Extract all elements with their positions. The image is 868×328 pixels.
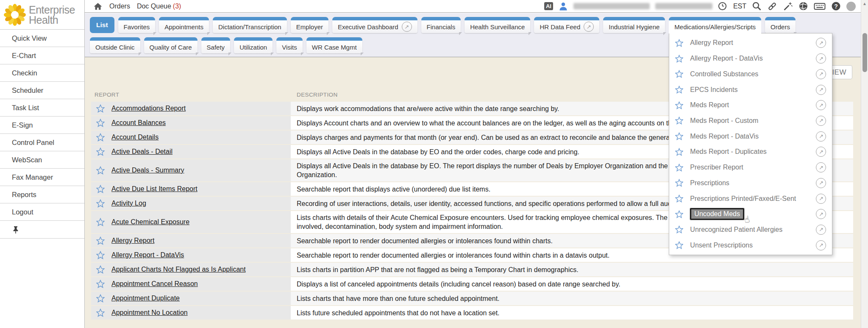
report-link[interactable]: Appointment Cancel Reason xyxy=(111,280,198,288)
menu-item-meds-report-datavis[interactable]: Meds Report - DataVis↗ xyxy=(669,128,832,144)
tab-executive-dashboard[interactable]: Executive Dashboard↗ xyxy=(332,17,417,33)
report-link[interactable]: Accommodations Report xyxy=(111,105,186,112)
link-icon[interactable] xyxy=(767,1,777,11)
tab-utilization[interactable]: Utilization xyxy=(234,37,273,53)
keyboard-icon[interactable] xyxy=(814,2,826,11)
report-link[interactable]: Acute Chemical Exposure xyxy=(111,218,189,226)
menu-item-allergy-report-datavis[interactable]: Allergy Report - DataVis↗ xyxy=(669,51,832,67)
tab-outside-clinic[interactable]: Outside Clinic xyxy=(90,37,140,53)
sidebar-item-scheduler[interactable]: Scheduler xyxy=(0,82,84,99)
star-icon[interactable] xyxy=(96,218,105,226)
star-icon[interactable] xyxy=(96,294,105,303)
tab-safety[interactable]: Safety xyxy=(201,37,231,53)
search-icon[interactable] xyxy=(752,1,762,11)
tab-orders[interactable]: Orders xyxy=(765,17,796,33)
report-link[interactable]: Activity Log xyxy=(111,200,146,207)
star-icon[interactable] xyxy=(675,241,683,249)
report-link[interactable]: Allergy Report - DataVis xyxy=(111,251,184,259)
report-link[interactable]: Allergy Report xyxy=(111,237,154,245)
menu-item-meds-report-duplicates[interactable]: Meds Report - Duplicates↗ xyxy=(669,144,832,160)
menu-item-controlled-substances[interactable]: Controlled Substances↗ xyxy=(669,66,832,82)
sidebar-item-e-sign[interactable]: E-Sign xyxy=(0,117,84,134)
star-icon[interactable] xyxy=(675,117,683,125)
star-icon[interactable] xyxy=(96,251,105,259)
tab-dictation-transcription[interactable]: Dictation/Transcription xyxy=(213,17,287,33)
star-icon[interactable] xyxy=(96,185,105,193)
star-icon[interactable] xyxy=(675,39,683,47)
star-icon[interactable] xyxy=(96,119,105,127)
report-link[interactable]: Active Due List Items Report xyxy=(111,185,198,193)
globe-icon[interactable] xyxy=(798,1,808,11)
star-icon[interactable] xyxy=(675,101,683,109)
menu-item-unsent-prescriptions[interactable]: Unsent Prescriptions↗ xyxy=(669,237,832,253)
tab-list[interactable]: List xyxy=(90,17,114,33)
report-link[interactable]: Applicant Charts Not Flagged as Is Appli… xyxy=(111,266,246,273)
menu-item-meds-report-custom[interactable]: Meds Report - Custom↗ xyxy=(669,113,832,129)
menu-item-prescriptions[interactable]: Prescriptions↗ xyxy=(669,175,832,191)
star-icon[interactable] xyxy=(675,164,683,172)
sidebar-item-fax-manager[interactable]: Fax Manager xyxy=(0,169,84,186)
report-link[interactable]: Appointment Duplicate xyxy=(111,295,180,302)
sidebar-item-e-chart[interactable]: E-Chart xyxy=(0,47,84,64)
external-link-icon[interactable]: ↗ xyxy=(816,69,826,79)
help-icon[interactable]: ? xyxy=(831,1,841,11)
star-icon[interactable] xyxy=(675,195,683,203)
star-icon[interactable] xyxy=(675,225,683,233)
sidebar-item-task-list[interactable]: Task List xyxy=(0,99,84,117)
external-link-icon[interactable]: ↗ xyxy=(816,209,826,219)
user-icon[interactable] xyxy=(559,2,568,11)
star-icon[interactable] xyxy=(96,147,105,156)
tab-quality-of-care[interactable]: Quality of Care xyxy=(144,37,198,53)
report-link[interactable]: Account Details xyxy=(111,133,159,141)
report-link[interactable]: Active Deals - Summary xyxy=(111,167,184,174)
menu-item-prescriptions-printed-faxed-esent[interactable]: Prescriptions Printed/Faxed/E-Sent↗ xyxy=(669,191,832,206)
menu-item-meds-report[interactable]: Meds Report↗ xyxy=(669,97,832,113)
tab-visits[interactable]: Visits xyxy=(276,37,303,53)
star-icon[interactable] xyxy=(96,133,105,142)
tab-health-surveillance[interactable]: Health Surveillance xyxy=(465,17,530,33)
external-link-icon[interactable]: ↗ xyxy=(816,194,826,204)
external-link-icon[interactable]: ↗ xyxy=(816,240,826,250)
scrollbar-thumb[interactable] xyxy=(862,33,867,72)
external-link-icon[interactable]: ↗ xyxy=(816,131,826,142)
tab-financials[interactable]: Financials xyxy=(421,17,461,33)
star-icon[interactable] xyxy=(675,86,683,94)
sidebar-item-control-panel[interactable]: Control Panel xyxy=(0,134,84,151)
tab-medications-allergies-scripts[interactable]: Medications/Allergies/Scripts Allergy Re… xyxy=(669,17,761,33)
menu-item-prescriber-report[interactable]: Prescriber Report↗ xyxy=(669,160,832,175)
tab-hr-data-feed[interactable]: HR Data Feed↗ xyxy=(534,17,599,33)
menu-item-unrecognized-patient-allergies[interactable]: Unrecognized Patient Allergies↗ xyxy=(669,222,832,238)
sidebar-item-quick-view[interactable]: Quick View xyxy=(0,30,84,47)
home-icon[interactable] xyxy=(93,2,103,11)
external-link-icon[interactable]: ↗ xyxy=(816,116,826,126)
star-icon[interactable] xyxy=(96,104,105,113)
ai-badge-icon[interactable]: AI xyxy=(544,2,553,10)
report-link[interactable]: Active Deals - Detail xyxy=(111,148,172,156)
avatar[interactable] xyxy=(846,2,856,11)
sidebar-item-reports[interactable]: Reports xyxy=(0,186,84,203)
star-icon[interactable] xyxy=(675,55,683,63)
tab-wr-case-mgmt[interactable]: WR Case Mgmt xyxy=(306,37,362,53)
external-link-icon[interactable]: ↗ xyxy=(816,162,826,172)
star-icon[interactable] xyxy=(96,236,105,245)
star-icon[interactable] xyxy=(675,70,683,78)
magic-wand-icon[interactable] xyxy=(783,1,793,11)
report-link[interactable]: Appointment No Location xyxy=(111,309,188,317)
star-icon[interactable] xyxy=(675,148,683,156)
star-icon[interactable] xyxy=(96,309,105,317)
breadcrumb-doc-queue[interactable]: Doc Queue(3) xyxy=(137,3,181,10)
star-icon[interactable] xyxy=(96,166,105,175)
sidebar-item-checkin[interactable]: Checkin xyxy=(0,64,84,82)
breadcrumb-orders[interactable]: Orders xyxy=(109,3,130,10)
external-link-icon[interactable]: ↗ xyxy=(816,178,826,188)
sidebar-item-webscan[interactable]: WebScan xyxy=(0,151,84,169)
tab-favorites[interactable]: Favorites xyxy=(118,17,156,33)
star-icon[interactable] xyxy=(96,199,105,208)
tab-employer[interactable]: Employer xyxy=(291,17,328,33)
tab-industrial-hygiene[interactable]: Industrial Hygiene xyxy=(603,17,665,33)
star-icon[interactable] xyxy=(675,210,683,218)
scroll-up-arrow-icon[interactable]: ▲ xyxy=(861,0,868,7)
external-link-icon[interactable]: ↗ xyxy=(816,38,826,48)
brand-logo[interactable]: Enterprise Health xyxy=(0,0,84,30)
report-link[interactable]: Account Balances xyxy=(111,119,166,127)
